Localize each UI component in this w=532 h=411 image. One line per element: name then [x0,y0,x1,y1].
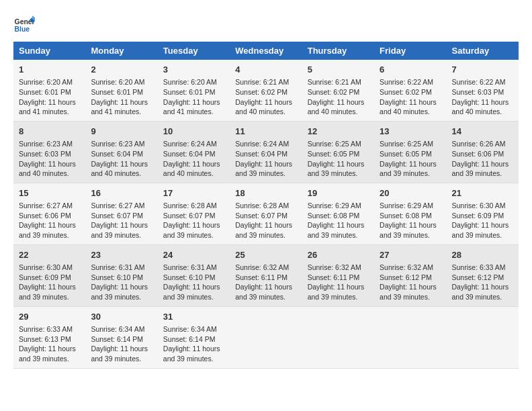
day-number: 29 [19,311,80,323]
calendar-cell: 14Sunrise: 6:26 AMSunset: 6:06 PMDayligh… [447,121,519,183]
daylight-label: Daylight: 11 hours [452,160,509,168]
sunset-label: Sunset: 6:01 PM [19,88,71,96]
day-number: 30 [91,311,152,323]
day-number: 15 [19,187,80,199]
daylight-label: Daylight: 11 hours [308,98,365,106]
sunrise-label: Sunrise: 6:25 AM [308,140,361,148]
calendar-table: Sunday Monday Tuesday Wednesday Thursday… [13,42,519,369]
daylight-minutes: and 39 minutes. [91,293,141,301]
calendar-cell [302,306,374,368]
sunset-label: Sunset: 6:08 PM [380,212,432,220]
sunrise-label: Sunrise: 6:30 AM [452,201,506,210]
sunrise-label: Sunrise: 6:32 AM [235,263,289,271]
sunrise-label: Sunrise: 6:34 AM [91,325,144,333]
calendar-cell [447,306,519,368]
sunrise-label: Sunrise: 6:22 AM [380,78,433,86]
week-row-5: 29Sunrise: 6:33 AMSunset: 6:13 PMDayligh… [13,306,519,368]
daylight-label: Daylight: 11 hours [19,283,76,291]
daylight-label: Daylight: 11 hours [308,160,365,168]
calendar-cell: 7Sunrise: 6:22 AMSunset: 6:03 PMDaylight… [447,60,519,121]
calendar-cell: 20Sunrise: 6:29 AMSunset: 6:08 PMDayligh… [374,183,446,244]
sunrise-label: Sunrise: 6:23 AM [91,140,144,148]
daylight-label: Daylight: 11 hours [452,283,509,291]
calendar-cell: 2Sunrise: 6:20 AMSunset: 6:01 PMDaylight… [85,60,157,121]
page-header: General Blue [13,13,519,35]
sunset-label: Sunset: 6:07 PM [91,212,143,220]
day-number: 20 [380,187,441,199]
daylight-label: Daylight: 11 hours [380,221,437,229]
calendar-cell: 8Sunrise: 6:23 AMSunset: 6:03 PMDaylight… [13,121,85,183]
day-number: 21 [452,187,513,199]
calendar-cell: 26Sunrise: 6:32 AMSunset: 6:11 PMDayligh… [302,244,374,306]
sunset-label: Sunset: 6:09 PM [19,273,71,281]
sunset-label: Sunset: 6:03 PM [19,150,71,158]
daylight-minutes: and 39 minutes. [380,293,430,301]
daylight-label: Daylight: 11 hours [163,160,220,168]
day-number: 22 [19,249,80,261]
day-number: 11 [235,126,296,138]
sunrise-label: Sunrise: 6:32 AM [380,263,433,271]
daylight-label: Daylight: 11 hours [19,345,76,353]
sunrise-label: Sunrise: 6:31 AM [91,263,144,271]
col-saturday: Saturday [447,42,519,60]
calendar-cell [230,306,302,368]
col-monday: Monday [85,42,157,60]
day-number: 16 [91,187,152,199]
sunset-label: Sunset: 6:12 PM [452,273,504,281]
sunrise-label: Sunrise: 6:20 AM [163,78,217,86]
daylight-label: Daylight: 11 hours [235,98,292,106]
sunset-label: Sunset: 6:02 PM [308,88,360,96]
day-number: 2 [91,64,152,76]
sunrise-label: Sunrise: 6:21 AM [308,78,361,86]
calendar-cell: 23Sunrise: 6:31 AMSunset: 6:10 PMDayligh… [85,244,157,306]
day-number: 19 [308,187,369,199]
daylight-minutes: and 39 minutes. [235,169,285,177]
daylight-minutes: and 39 minutes. [91,355,141,363]
daylight-minutes: and 41 minutes. [19,107,69,116]
calendar-cell: 5Sunrise: 6:21 AMSunset: 6:02 PMDaylight… [302,60,374,121]
sunrise-label: Sunrise: 6:27 AM [19,201,73,210]
col-friday: Friday [374,42,446,60]
calendar-cell: 22Sunrise: 6:30 AMSunset: 6:09 PMDayligh… [13,244,85,306]
daylight-minutes: and 40 minutes. [163,169,214,177]
day-number: 18 [235,187,296,199]
calendar-cell: 31Sunrise: 6:34 AMSunset: 6:14 PMDayligh… [158,306,230,368]
calendar-cell: 6Sunrise: 6:22 AMSunset: 6:02 PMDaylight… [374,60,446,121]
calendar-cell [374,306,446,368]
sunset-label: Sunset: 6:01 PM [91,88,143,96]
daylight-label: Daylight: 11 hours [19,160,76,168]
daylight-label: Daylight: 11 hours [235,221,292,229]
calendar-cell: 16Sunrise: 6:27 AMSunset: 6:07 PMDayligh… [85,183,157,244]
daylight-label: Daylight: 11 hours [452,221,509,229]
daylight-minutes: and 39 minutes. [163,293,214,301]
sunrise-label: Sunrise: 6:23 AM [19,140,73,148]
daylight-label: Daylight: 11 hours [163,221,220,229]
sunset-label: Sunset: 6:02 PM [380,88,432,96]
header-row: Sunday Monday Tuesday Wednesday Thursday… [13,42,519,60]
logo-icon: General Blue [13,13,35,35]
col-thursday: Thursday [302,42,374,60]
sunset-label: Sunset: 6:14 PM [91,335,143,343]
daylight-minutes: and 39 minutes. [163,355,214,363]
sunset-label: Sunset: 6:04 PM [163,150,216,158]
day-number: 8 [19,126,80,138]
day-number: 26 [308,249,369,261]
sunrise-label: Sunrise: 6:29 AM [308,201,361,210]
daylight-minutes: and 40 minutes. [452,107,502,116]
daylight-label: Daylight: 11 hours [380,160,437,168]
sunset-label: Sunset: 6:06 PM [19,212,71,220]
daylight-label: Daylight: 11 hours [19,221,76,229]
calendar-cell: 11Sunrise: 6:24 AMSunset: 6:04 PMDayligh… [230,121,302,183]
sunset-label: Sunset: 6:04 PM [235,150,287,158]
week-row-4: 22Sunrise: 6:30 AMSunset: 6:09 PMDayligh… [13,244,519,306]
col-tuesday: Tuesday [158,42,230,60]
day-number: 6 [380,64,441,76]
sunset-label: Sunset: 6:11 PM [308,273,360,281]
daylight-label: Daylight: 11 hours [91,221,148,229]
calendar-cell: 19Sunrise: 6:29 AMSunset: 6:08 PMDayligh… [302,183,374,244]
calendar-cell: 3Sunrise: 6:20 AMSunset: 6:01 PMDaylight… [158,60,230,121]
daylight-label: Daylight: 11 hours [91,160,148,168]
day-number: 28 [452,249,513,261]
sunset-label: Sunset: 6:04 PM [91,150,143,158]
daylight-minutes: and 40 minutes. [308,107,358,116]
